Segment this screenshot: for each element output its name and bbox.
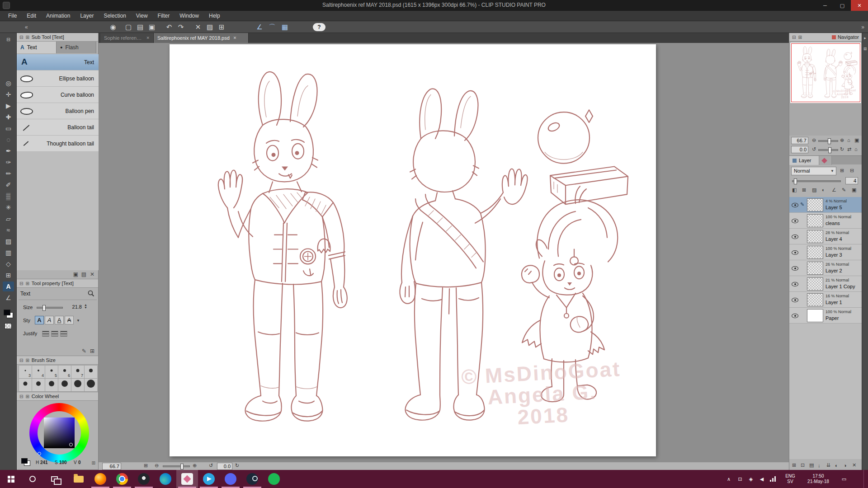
brush-size-cell[interactable]	[58, 378, 71, 392]
wrench-icon[interactable]: ✎	[82, 348, 86, 354]
layer-mask-icon[interactable]: ◐	[835, 463, 838, 468]
selection-tool[interactable]: ▭	[3, 123, 14, 133]
csp-home-icon[interactable]: ◉	[108, 22, 118, 32]
taskbar-steam[interactable]	[241, 470, 263, 488]
val-value[interactable]: 0	[78, 460, 81, 465]
paste-subtool-icon[interactable]: ▤	[81, 271, 86, 277]
menu-help[interactable]: Help	[204, 12, 225, 20]
taskbar-chrome[interactable]	[111, 470, 133, 488]
panel-collapse-icon[interactable]: ⊟	[19, 358, 23, 363]
lock-alpha-icon[interactable]: ▨	[812, 187, 816, 193]
delete-subtool-icon[interactable]: ✕	[90, 271, 94, 277]
flip-horizontal-icon[interactable]: ⇄	[847, 146, 851, 152]
fit-screen-icon[interactable]: ⌂	[847, 137, 850, 143]
layer-row-paper[interactable]: 100 % Normal Paper	[789, 308, 862, 324]
layer-option-icon[interactable]: ⊞	[840, 168, 844, 174]
doc-tab-saltirephoenix[interactable]: Saltirephoenix ref MAY 2018.psd ✕	[154, 33, 249, 43]
decoration-tool[interactable]: ✳	[3, 202, 14, 212]
layer-row-layer1copy[interactable]: 21 % Normal Layer 1 Copy	[789, 276, 862, 292]
menu-view[interactable]: View	[132, 12, 152, 20]
panel-menu-icon[interactable]: ⊞	[25, 394, 29, 399]
style-strike-button[interactable]: A	[65, 316, 74, 324]
style-normal-button[interactable]: A	[35, 316, 44, 324]
task-view-button[interactable]	[43, 470, 65, 488]
layer-row-layer1[interactable]: 16 % Normal Layer 1	[789, 292, 862, 308]
main-color-swatch[interactable]	[4, 310, 10, 315]
menu-filter[interactable]: Filter	[153, 12, 175, 20]
menu-layer[interactable]: Layer	[75, 12, 98, 20]
navigator-zoom-handle[interactable]	[828, 138, 831, 144]
transfer-down-icon[interactable]: ↓	[818, 463, 821, 468]
subtool-tab-flash[interactable]: ● Flash	[57, 42, 96, 53]
taskbar-file-explorer[interactable]	[68, 470, 90, 488]
layer-visibility-icon[interactable]	[792, 282, 798, 286]
clip-mask-icon[interactable]: ◧	[792, 187, 797, 193]
zoom-100-icon[interactable]: ▣	[854, 137, 859, 143]
brush-size-cell[interactable]	[45, 378, 58, 392]
taskbar-telegram[interactable]	[198, 470, 220, 488]
ruler-icon[interactable]: ∠	[832, 187, 836, 193]
layer-visibility-icon[interactable]	[792, 219, 798, 223]
brush-size-cell[interactable]	[84, 365, 98, 379]
layer-property-tab[interactable]	[819, 156, 832, 165]
start-button[interactable]	[0, 470, 22, 488]
layer-option-icon[interactable]: ⊟	[850, 168, 854, 174]
panel-menu-icon[interactable]: ⊞	[798, 35, 802, 40]
auto-select-tool[interactable]: ◌	[3, 135, 14, 145]
snap-grid-icon[interactable]: ▦	[279, 22, 290, 32]
menu-animation[interactable]: Animation	[42, 12, 75, 20]
navigator-rotate-slider[interactable]	[818, 149, 838, 151]
layer-row-layer2[interactable]: 26 % Normal Layer 2	[789, 260, 862, 276]
layer-thumbnail[interactable]	[807, 246, 823, 258]
close-tab-icon[interactable]: ✕	[146, 36, 150, 40]
zoom-out-icon[interactable]: ⊖	[812, 137, 816, 143]
pencil-tool[interactable]: ✏	[3, 169, 14, 178]
tray-icon-network[interactable]	[769, 470, 778, 488]
close-tab-icon[interactable]: ✕	[233, 36, 237, 40]
subtool-item-text[interactable]: A Text	[17, 54, 99, 70]
layer-move-tool[interactable]: ✚	[3, 112, 14, 122]
tray-expand-button[interactable]: ∧	[723, 470, 734, 488]
menu-selection[interactable]: Selection	[99, 12, 130, 20]
brush-tool[interactable]: ✐	[3, 180, 14, 190]
layer-visibility-icon[interactable]	[792, 314, 798, 318]
subtool-item-balloon-tail[interactable]: Balloon tail	[17, 119, 99, 136]
taskbar-spotify[interactable]	[263, 470, 285, 488]
tray-icon-app[interactable]: ◈	[746, 470, 756, 488]
status-grid-icon[interactable]: ⊞	[144, 463, 148, 469]
zoom-tool[interactable]: ◎	[3, 78, 14, 88]
grid-icon[interactable]: ⊞	[216, 22, 227, 32]
layer-thumbnail[interactable]	[807, 310, 823, 322]
navigator-thumbnail[interactable]	[790, 42, 861, 103]
layer-visibility-icon[interactable]	[792, 250, 798, 255]
lock-layer-icon[interactable]: ⊠	[802, 187, 806, 193]
status-zoom-out-icon[interactable]: ⊖	[155, 463, 159, 469]
brush-size-cell[interactable]: 6	[58, 365, 71, 379]
subtool-item-balloon-pen[interactable]: Balloon pen	[17, 103, 99, 119]
gradient-tool[interactable]: ▥	[3, 248, 14, 258]
zoom-in-icon[interactable]: ⊕	[840, 137, 844, 143]
brush-size-cell[interactable]: 5	[45, 365, 58, 379]
close-button[interactable]: ✕	[851, 0, 868, 11]
reset-view-icon[interactable]: ⌂	[854, 146, 858, 152]
brush-size-cell[interactable]: 3	[19, 365, 32, 379]
expand-strip-icon[interactable]: ▸	[862, 36, 868, 40]
palette-icon[interactable]: ▣	[852, 187, 856, 193]
layer-opacity-value[interactable]: 4	[845, 177, 858, 184]
rotate-value[interactable]: 0.0	[217, 463, 232, 470]
figure-tool[interactable]: ◇	[3, 259, 14, 269]
taskbar-obs[interactable]	[133, 470, 155, 488]
open-file-icon[interactable]: ▤	[135, 22, 146, 32]
subtool-tab-text[interactable]: A Text	[17, 42, 57, 53]
zoom-value[interactable]: 66.7	[102, 463, 121, 470]
size-slider-handle[interactable]	[42, 305, 46, 311]
action-center-button[interactable]: ▭	[837, 470, 851, 488]
search-button[interactable]	[22, 470, 43, 488]
layer-visibility-icon[interactable]	[792, 235, 798, 239]
align-center-icon[interactable]	[51, 331, 58, 337]
save-file-icon[interactable]: ▣	[146, 22, 157, 32]
taskbar-edge[interactable]	[155, 470, 176, 488]
tray-icon-obs[interactable]: ⊡	[735, 470, 745, 488]
minimize-button[interactable]: ─	[816, 0, 834, 11]
panel-menu-icon[interactable]: ⊞	[25, 358, 29, 363]
